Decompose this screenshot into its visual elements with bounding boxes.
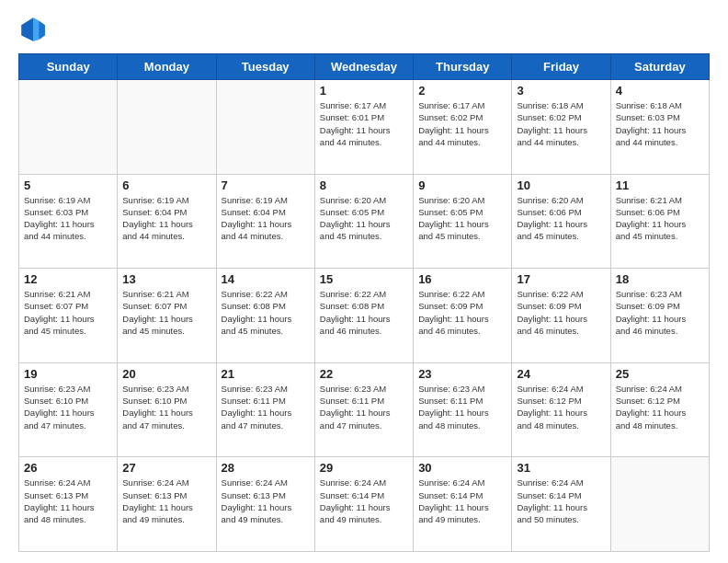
svg-marker-2 <box>33 17 39 41</box>
day-number: 23 <box>418 367 506 381</box>
day-number: 27 <box>122 461 210 475</box>
calendar-day-cell: 20Sunrise: 6:23 AM Sunset: 6:10 PM Dayli… <box>118 362 216 457</box>
day-info: Sunrise: 6:24 AM Sunset: 6:13 PM Dayligh… <box>24 477 112 525</box>
day-info: Sunrise: 6:22 AM Sunset: 6:09 PM Dayligh… <box>418 288 506 337</box>
calendar-week-row: 19Sunrise: 6:23 AM Sunset: 6:10 PM Dayli… <box>19 362 710 457</box>
day-number: 11 <box>616 178 704 192</box>
calendar-day-cell <box>216 80 314 175</box>
calendar-day-cell: 3Sunrise: 6:18 AM Sunset: 6:02 PM Daylig… <box>512 80 610 175</box>
day-number: 24 <box>517 367 605 381</box>
day-number: 26 <box>24 461 112 475</box>
calendar-day-cell: 29Sunrise: 6:24 AM Sunset: 6:14 PM Dayli… <box>314 457 413 552</box>
calendar-day-cell: 7Sunrise: 6:19 AM Sunset: 6:04 PM Daylig… <box>216 174 314 269</box>
day-number: 12 <box>24 272 112 286</box>
day-number: 5 <box>24 178 112 192</box>
calendar-day-cell: 27Sunrise: 6:24 AM Sunset: 6:13 PM Dayli… <box>118 457 216 552</box>
days-of-week-row: SundayMondayTuesdayWednesdayThursdayFrid… <box>19 54 710 80</box>
calendar-day-cell: 14Sunrise: 6:22 AM Sunset: 6:08 PM Dayli… <box>216 269 314 363</box>
calendar-week-row: 12Sunrise: 6:21 AM Sunset: 6:07 PM Dayli… <box>19 269 710 363</box>
day-info: Sunrise: 6:21 AM Sunset: 6:07 PM Dayligh… <box>122 288 210 337</box>
day-of-week-header: Monday <box>118 54 216 80</box>
calendar-day-cell: 19Sunrise: 6:23 AM Sunset: 6:10 PM Dayli… <box>19 362 118 457</box>
day-of-week-header: Sunday <box>19 54 118 80</box>
svg-marker-1 <box>39 20 44 40</box>
day-number: 9 <box>418 178 506 192</box>
calendar-day-cell: 5Sunrise: 6:19 AM Sunset: 6:03 PM Daylig… <box>19 174 118 269</box>
day-info: Sunrise: 6:23 AM Sunset: 6:10 PM Dayligh… <box>24 383 112 431</box>
calendar-day-cell <box>118 80 216 175</box>
calendar-day-cell: 8Sunrise: 6:20 AM Sunset: 6:05 PM Daylig… <box>314 174 413 269</box>
day-number: 7 <box>222 178 310 192</box>
day-number: 25 <box>616 367 704 381</box>
calendar-day-cell: 24Sunrise: 6:24 AM Sunset: 6:12 PM Dayli… <box>512 362 610 457</box>
calendar-day-cell: 2Sunrise: 6:17 AM Sunset: 6:02 PM Daylig… <box>414 80 512 175</box>
day-of-week-header: Saturday <box>610 54 709 80</box>
calendar-day-cell: 30Sunrise: 6:24 AM Sunset: 6:14 PM Dayli… <box>414 457 512 552</box>
day-info: Sunrise: 6:22 AM Sunset: 6:09 PM Dayligh… <box>517 288 605 337</box>
calendar-week-row: 5Sunrise: 6:19 AM Sunset: 6:03 PM Daylig… <box>19 174 710 269</box>
calendar-day-cell: 12Sunrise: 6:21 AM Sunset: 6:07 PM Dayli… <box>19 269 118 363</box>
calendar-week-row: 1Sunrise: 6:17 AM Sunset: 6:01 PM Daylig… <box>19 80 710 175</box>
day-number: 29 <box>320 461 408 475</box>
day-number: 19 <box>24 367 112 381</box>
day-number: 16 <box>418 272 506 286</box>
day-info: Sunrise: 6:23 AM Sunset: 6:09 PM Dayligh… <box>616 288 704 337</box>
calendar-day-cell <box>610 457 709 552</box>
calendar-header: SundayMondayTuesdayWednesdayThursdayFrid… <box>19 54 710 80</box>
calendar-day-cell: 1Sunrise: 6:17 AM Sunset: 6:01 PM Daylig… <box>314 80 413 175</box>
calendar-day-cell: 9Sunrise: 6:20 AM Sunset: 6:05 PM Daylig… <box>414 174 512 269</box>
calendar-day-cell: 17Sunrise: 6:22 AM Sunset: 6:09 PM Dayli… <box>512 269 610 363</box>
calendar-day-cell: 22Sunrise: 6:23 AM Sunset: 6:11 PM Dayli… <box>314 362 413 457</box>
calendar-body: 1Sunrise: 6:17 AM Sunset: 6:01 PM Daylig… <box>19 80 710 552</box>
day-info: Sunrise: 6:22 AM Sunset: 6:08 PM Dayligh… <box>222 288 310 337</box>
day-number: 21 <box>222 367 310 381</box>
calendar-day-cell: 23Sunrise: 6:23 AM Sunset: 6:11 PM Dayli… <box>414 362 512 457</box>
day-info: Sunrise: 6:21 AM Sunset: 6:07 PM Dayligh… <box>24 288 112 337</box>
day-info: Sunrise: 6:24 AM Sunset: 6:13 PM Dayligh… <box>122 477 210 525</box>
day-number: 10 <box>517 178 605 192</box>
day-of-week-header: Wednesday <box>314 54 413 80</box>
calendar-day-cell: 25Sunrise: 6:24 AM Sunset: 6:12 PM Dayli… <box>610 362 709 457</box>
logo <box>18 15 51 44</box>
calendar-day-cell: 4Sunrise: 6:18 AM Sunset: 6:03 PM Daylig… <box>610 80 709 175</box>
day-number: 4 <box>616 84 704 98</box>
day-info: Sunrise: 6:24 AM Sunset: 6:14 PM Dayligh… <box>517 477 605 525</box>
calendar-day-cell: 16Sunrise: 6:22 AM Sunset: 6:09 PM Dayli… <box>414 269 512 363</box>
day-number: 22 <box>320 367 408 381</box>
day-info: Sunrise: 6:22 AM Sunset: 6:08 PM Dayligh… <box>320 288 408 337</box>
calendar-day-cell: 31Sunrise: 6:24 AM Sunset: 6:14 PM Dayli… <box>512 457 610 552</box>
day-info: Sunrise: 6:23 AM Sunset: 6:10 PM Dayligh… <box>122 383 210 431</box>
day-number: 2 <box>418 84 506 98</box>
logo-icon <box>18 15 48 44</box>
day-number: 3 <box>517 84 605 98</box>
day-number: 6 <box>122 178 210 192</box>
day-of-week-header: Tuesday <box>216 54 314 80</box>
day-number: 13 <box>122 272 210 286</box>
day-info: Sunrise: 6:24 AM Sunset: 6:13 PM Dayligh… <box>222 477 310 525</box>
day-info: Sunrise: 6:19 AM Sunset: 6:04 PM Dayligh… <box>222 194 310 243</box>
day-info: Sunrise: 6:24 AM Sunset: 6:14 PM Dayligh… <box>418 477 506 525</box>
day-info: Sunrise: 6:20 AM Sunset: 6:05 PM Dayligh… <box>320 194 408 243</box>
day-number: 18 <box>616 272 704 286</box>
calendar-table: SundayMondayTuesdayWednesdayThursdayFrid… <box>18 53 710 552</box>
day-number: 14 <box>222 272 310 286</box>
calendar-day-cell: 18Sunrise: 6:23 AM Sunset: 6:09 PM Dayli… <box>610 269 709 363</box>
day-number: 28 <box>222 461 310 475</box>
calendar-day-cell: 6Sunrise: 6:19 AM Sunset: 6:04 PM Daylig… <box>118 174 216 269</box>
day-info: Sunrise: 6:17 AM Sunset: 6:02 PM Dayligh… <box>418 99 506 148</box>
calendar-day-cell: 13Sunrise: 6:21 AM Sunset: 6:07 PM Dayli… <box>118 269 216 363</box>
day-number: 8 <box>320 178 408 192</box>
calendar-day-cell: 21Sunrise: 6:23 AM Sunset: 6:11 PM Dayli… <box>216 362 314 457</box>
day-info: Sunrise: 6:18 AM Sunset: 6:02 PM Dayligh… <box>517 99 605 148</box>
day-number: 31 <box>517 461 605 475</box>
day-info: Sunrise: 6:20 AM Sunset: 6:05 PM Dayligh… <box>418 194 506 243</box>
day-of-week-header: Thursday <box>414 54 512 80</box>
day-number: 15 <box>320 272 408 286</box>
day-info: Sunrise: 6:19 AM Sunset: 6:04 PM Dayligh… <box>122 194 210 243</box>
day-of-week-header: Friday <box>512 54 610 80</box>
day-info: Sunrise: 6:18 AM Sunset: 6:03 PM Dayligh… <box>616 99 704 148</box>
calendar-week-row: 26Sunrise: 6:24 AM Sunset: 6:13 PM Dayli… <box>19 457 710 552</box>
day-number: 1 <box>320 84 408 98</box>
calendar-day-cell: 26Sunrise: 6:24 AM Sunset: 6:13 PM Dayli… <box>19 457 118 552</box>
calendar-day-cell: 11Sunrise: 6:21 AM Sunset: 6:06 PM Dayli… <box>610 174 709 269</box>
